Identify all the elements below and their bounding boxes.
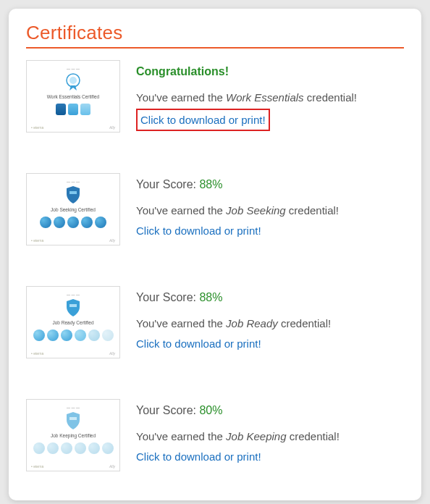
shield-icon xyxy=(64,411,83,430)
thumb-credential-label: Work Essentials Certified xyxy=(47,94,100,99)
svg-rect-4 xyxy=(69,417,77,420)
download-link[interactable]: Click to download or print! xyxy=(136,335,261,353)
thumb-signature: Ally xyxy=(109,238,115,243)
thumb-brand: • eterna xyxy=(31,125,43,130)
certificate-thumbnail[interactable]: — — — Job Ready Certified • eterna Ally xyxy=(26,286,120,358)
certificate-row: — — — Job Ready Certified • eterna Ally … xyxy=(26,286,404,358)
certificate-row: — — — Job Seeking Certified • eterna All… xyxy=(26,173,404,245)
shield-icon xyxy=(64,185,83,204)
thumb-badges xyxy=(56,104,90,115)
download-link[interactable]: Click to download or print! xyxy=(136,109,270,132)
ribbon-seal-icon xyxy=(64,72,83,91)
thumb-signature: Ally xyxy=(109,125,115,130)
thumb-credential-label: Job Ready Certified xyxy=(52,320,93,325)
svg-rect-2 xyxy=(69,191,77,194)
thumb-brand: • eterna xyxy=(31,238,43,243)
thumb-header: — — — xyxy=(67,67,80,71)
certificates-card: Certificates — — — Work Essentials Certi… xyxy=(9,9,421,500)
certificate-info: Your Score: 88% You've earned the Job Re… xyxy=(136,286,404,353)
thumb-header: — — — xyxy=(67,406,80,410)
section-divider xyxy=(26,47,404,49)
thumb-header: — — — xyxy=(67,180,80,184)
certificate-info: Congratulations! You've earned the Work … xyxy=(136,60,404,131)
download-link[interactable]: Click to download or print! xyxy=(136,222,261,240)
thumb-badges xyxy=(33,329,114,341)
svg-rect-3 xyxy=(69,304,77,307)
certificate-row: — — — Job Keeping Certified • eterna All… xyxy=(26,399,404,471)
earned-text: You've earned the Job Keeping credential… xyxy=(136,427,404,446)
shield-icon xyxy=(64,298,83,317)
certificate-thumbnail[interactable]: — — — Work Essentials Certified • eterna… xyxy=(26,60,120,133)
thumb-brand: • eterna xyxy=(31,351,43,356)
svg-point-1 xyxy=(69,77,77,84)
headline-score: Your Score: 80% xyxy=(136,400,404,420)
download-link[interactable]: Click to download or print! xyxy=(136,448,261,466)
earned-text: You've earned the Job Seeking credential… xyxy=(136,201,404,220)
thumb-credential-label: Job Seeking Certified xyxy=(51,207,96,212)
headline-score: Your Score: 88% xyxy=(136,287,404,307)
earned-text: You've earned the Job Ready credential! xyxy=(136,314,404,333)
certificate-thumbnail[interactable]: — — — Job Keeping Certified • eterna All… xyxy=(26,399,120,471)
thumb-header: — — — xyxy=(67,293,80,297)
thumb-brand: • eterna xyxy=(31,464,43,469)
certificate-info: Your Score: 88% You've earned the Job Se… xyxy=(136,173,404,240)
thumb-badges xyxy=(33,442,114,454)
thumb-credential-label: Job Keeping Certified xyxy=(51,433,96,438)
headline-congrats: Congratulations! xyxy=(136,62,404,81)
thumb-signature: Ally xyxy=(109,351,115,356)
thumb-signature: Ally xyxy=(109,464,115,469)
certificate-row: — — — Work Essentials Certified • eterna… xyxy=(26,60,404,133)
earned-text: You've earned the Work Essentials creden… xyxy=(136,88,404,107)
certificate-info: Your Score: 80% You've earned the Job Ke… xyxy=(136,399,404,466)
headline-score: Your Score: 88% xyxy=(136,175,404,194)
section-title: Certificates xyxy=(26,22,404,44)
thumb-badges xyxy=(40,217,106,228)
certificate-thumbnail[interactable]: — — — Job Seeking Certified • eterna All… xyxy=(26,173,120,245)
